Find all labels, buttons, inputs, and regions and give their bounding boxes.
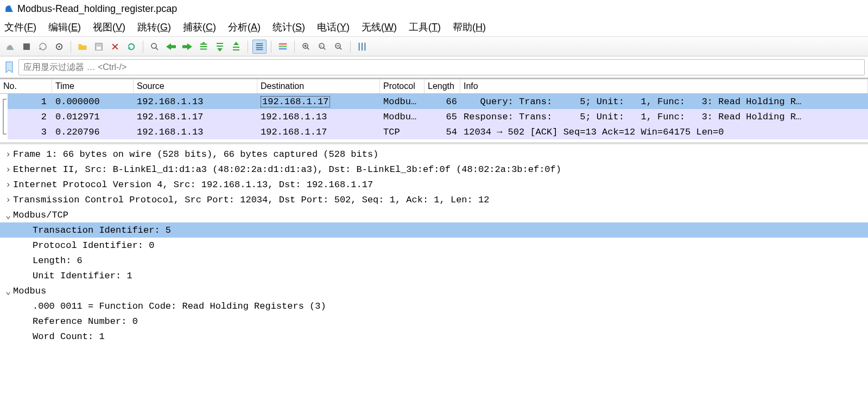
filter-bar — [0, 56, 868, 78]
cell-no: 1 — [8, 95, 52, 108]
save-file-icon[interactable] — [92, 40, 106, 54]
capture-stop-icon[interactable] — [20, 40, 34, 54]
tree-modbus-tcp[interactable]: ⌄Modbus/TCP — [0, 207, 868, 222]
tree-protocol-id[interactable]: Protocol Identifier: 0 — [0, 238, 868, 253]
menu-capture[interactable]: 捕获(C) — [183, 21, 216, 34]
cell-time: 0.012971 — [52, 111, 134, 123]
col-header-length[interactable]: Length — [425, 79, 460, 93]
window-title: Modbus-Read_holding_register.pcap — [17, 3, 177, 15]
bookmark-icon[interactable] — [3, 60, 15, 75]
col-header-source[interactable]: Source — [134, 79, 257, 93]
display-filter-input-wrapper[interactable] — [18, 59, 865, 75]
svg-point-2 — [59, 46, 60, 47]
cell-destination: 192.168.1.17 — [257, 126, 380, 138]
packet-list-header: No. Time Source Destination Protocol Len… — [0, 78, 868, 94]
tree-tcp[interactable]: ›Transmission Control Protocol, Src Port… — [0, 192, 868, 207]
svg-rect-8 — [279, 48, 287, 49]
packet-details[interactable]: ›Frame 1: 66 bytes on wire (528 bits), 6… — [0, 142, 868, 346]
resize-columns-icon[interactable] — [355, 40, 369, 54]
menu-help[interactable]: 帮助(H) — [453, 21, 486, 34]
menu-file[interactable]: 文件(F) — [4, 21, 36, 34]
menu-tools[interactable]: 工具(T) — [409, 21, 441, 34]
tree-ethernet[interactable]: ›Ethernet II, Src: B-LinkEl_d1:d1:a3 (48… — [0, 162, 868, 177]
chevron-right-icon: › — [3, 149, 13, 159]
close-file-icon[interactable] — [108, 40, 122, 54]
cell-length: 65 — [425, 111, 460, 123]
menu-go[interactable]: 跳转(G) — [137, 21, 171, 34]
tree-length[interactable]: Length: 6 — [0, 253, 868, 268]
conversation-bracket — [0, 94, 8, 142]
col-header-protocol[interactable]: Protocol — [380, 79, 425, 93]
reload-icon[interactable] — [124, 40, 138, 54]
cell-length: 66 — [425, 95, 460, 108]
capture-restart-icon[interactable] — [36, 40, 50, 54]
col-header-no[interactable]: No. — [0, 79, 52, 93]
tree-word-count[interactable]: Word Count: 1 — [0, 329, 868, 344]
display-filter-input[interactable] — [23, 62, 860, 72]
titlebar: Modbus-Read_holding_register.pcap — [0, 0, 868, 17]
tree-unit-id[interactable]: Unit Identifier: 1 — [0, 268, 868, 283]
cell-no: 3 — [8, 126, 52, 138]
col-header-time[interactable]: Time — [52, 79, 134, 93]
svg-text:1: 1 — [320, 44, 322, 47]
col-header-destination[interactable]: Destination — [257, 79, 380, 93]
packet-list[interactable]: No. Time Source Destination Protocol Len… — [0, 78, 868, 142]
cell-protocol: Modbu… — [380, 111, 425, 123]
tree-reference-number[interactable]: Reference Number: 0 — [0, 314, 868, 329]
svg-rect-7 — [279, 46, 287, 47]
go-back-icon[interactable] — [164, 40, 178, 54]
cell-source: 192.168.1.13 — [134, 126, 257, 138]
menu-phone[interactable]: 电话(Y) — [317, 21, 350, 34]
go-forward-icon[interactable] — [180, 40, 194, 54]
cell-length: 54 — [425, 126, 460, 138]
cell-time: 0.220796 — [52, 126, 134, 138]
chevron-right-icon: › — [3, 180, 13, 190]
cell-protocol: TCP — [380, 126, 425, 138]
cell-destination: 192.168.1.13 — [257, 111, 380, 123]
wireshark-fin-icon — [4, 4, 14, 14]
svg-rect-4 — [97, 47, 101, 50]
tree-function-code[interactable]: .000 0011 = Function Code: Read Holding … — [0, 298, 868, 314]
go-last-icon[interactable] — [229, 40, 243, 54]
zoom-in-icon[interactable] — [299, 40, 313, 54]
go-to-packet-icon[interactable] — [197, 40, 211, 54]
find-icon[interactable] — [148, 40, 162, 54]
col-header-info[interactable]: Info — [460, 79, 868, 93]
chevron-down-icon: ⌄ — [3, 285, 13, 297]
tree-frame[interactable]: ›Frame 1: 66 bytes on wire (528 bits), 6… — [0, 146, 868, 162]
packet-row[interactable]: 2 0.012971 192.168.1.17 192.168.1.13 Mod… — [8, 109, 868, 124]
cell-protocol: Modbu… — [380, 95, 425, 108]
svg-rect-0 — [23, 43, 30, 50]
menubar: 文件(F) 编辑(E) 视图(V) 跳转(G) 捕获(C) 分析(A) 统计(S… — [0, 17, 868, 37]
menu-edit[interactable]: 编辑(E) — [48, 21, 81, 34]
cell-no: 2 — [8, 111, 52, 123]
chevron-right-icon: › — [3, 164, 13, 175]
chevron-down-icon: ⌄ — [3, 209, 13, 221]
go-first-icon[interactable] — [213, 40, 227, 54]
cell-destination: 192.168.1.17 — [257, 95, 380, 109]
capture-options-icon[interactable] — [52, 40, 66, 54]
cell-info: Response: Trans: 5; Unit: 1, Func: 3: Re… — [460, 111, 868, 123]
capture-start-icon[interactable] — [3, 40, 17, 54]
toolbar: 1 — [0, 37, 868, 56]
menu-view[interactable]: 视图(V) — [93, 21, 125, 34]
zoom-reset-icon[interactable]: 1 — [315, 40, 330, 54]
tree-ip[interactable]: ›Internet Protocol Version 4, Src: 192.1… — [0, 177, 868, 192]
tree-transaction-id[interactable]: Transaction Identifier: 5 — [0, 222, 868, 238]
open-file-icon[interactable] — [75, 40, 90, 54]
cell-source: 192.168.1.17 — [134, 111, 257, 123]
packet-row[interactable]: 3 0.220796 192.168.1.13 192.168.1.17 TCP… — [8, 124, 868, 139]
packet-row[interactable]: 1 0.000000 192.168.1.13 192.168.1.17 Mod… — [8, 94, 868, 109]
menu-analyze[interactable]: 分析(A) — [228, 21, 261, 34]
cell-time: 0.000000 — [52, 95, 134, 108]
menu-wireless[interactable]: 无线(W) — [362, 21, 397, 34]
tree-modbus[interactable]: ⌄Modbus — [0, 283, 868, 298]
autoscroll-icon[interactable] — [252, 40, 267, 54]
cell-source: 192.168.1.13 — [134, 95, 257, 108]
svg-rect-6 — [279, 43, 287, 44]
zoom-out-icon[interactable] — [332, 40, 346, 54]
chevron-right-icon: › — [3, 195, 13, 205]
cell-info: 12034 → 502 [ACK] Seq=13 Ack=12 Win=6417… — [460, 126, 868, 138]
menu-stats[interactable]: 统计(S) — [273, 21, 305, 34]
colorize-icon[interactable] — [276, 40, 290, 54]
